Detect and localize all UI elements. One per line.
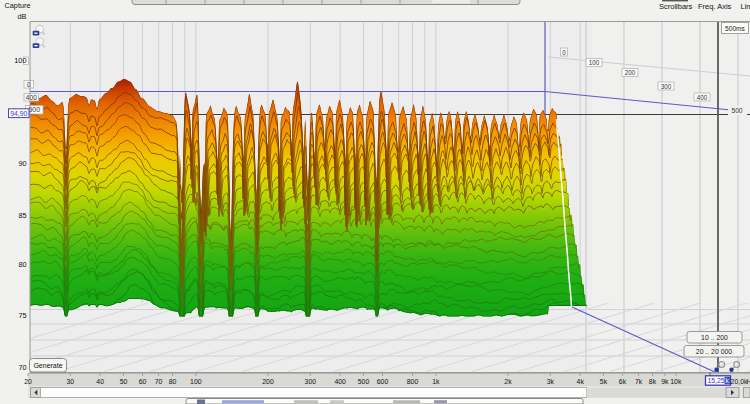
svg-text:94,90: 94,90 <box>10 110 27 117</box>
svg-text:Generate: Generate <box>33 362 62 369</box>
svg-text:3k: 3k <box>547 378 555 385</box>
svg-text:800: 800 <box>407 378 419 385</box>
svg-text:70: 70 <box>18 363 26 372</box>
svg-text:1k: 1k <box>432 378 440 385</box>
svg-text:600: 600 <box>377 378 389 385</box>
svg-text:500ms: 500ms <box>725 25 745 32</box>
svg-text:75: 75 <box>18 311 26 320</box>
svg-text:50: 50 <box>120 378 128 385</box>
svg-text:9k: 9k <box>661 378 669 385</box>
svg-text:H: H <box>747 378 750 385</box>
svg-text:200: 200 <box>262 378 274 385</box>
svg-text:0: 0 <box>562 49 566 56</box>
svg-text:Capture: Capture <box>5 1 31 10</box>
svg-text:Freq. Axis: Freq. Axis <box>698 2 732 11</box>
svg-text:500: 500 <box>358 378 370 385</box>
svg-text:400: 400 <box>697 94 708 101</box>
svg-text:20 .. 20 000: 20 .. 20 000 <box>696 348 733 355</box>
svg-text:Lim: Lim <box>741 2 750 11</box>
svg-text:90: 90 <box>18 159 26 168</box>
svg-text:300: 300 <box>305 378 317 385</box>
svg-text:80: 80 <box>18 260 26 269</box>
svg-text:10k: 10k <box>670 378 682 385</box>
svg-text:30: 30 <box>66 378 74 385</box>
svg-text:500: 500 <box>731 107 742 114</box>
svg-text:2k: 2k <box>504 378 512 385</box>
svg-text:6k: 6k <box>619 378 627 385</box>
svg-text:100: 100 <box>190 378 202 385</box>
svg-text:400: 400 <box>26 94 37 101</box>
svg-text:400: 400 <box>334 378 346 385</box>
svg-text:100: 100 <box>14 56 26 65</box>
svg-text:200: 200 <box>625 69 636 76</box>
svg-text:5k: 5k <box>600 378 608 385</box>
svg-text:60: 60 <box>139 378 147 385</box>
svg-text:7k: 7k <box>635 378 643 385</box>
svg-text:10 .. 200: 10 .. 200 <box>701 334 728 341</box>
svg-text:300: 300 <box>661 83 672 90</box>
svg-text:40: 40 <box>96 378 104 385</box>
svg-text:80: 80 <box>169 378 177 385</box>
svg-text:8k: 8k <box>649 378 657 385</box>
svg-text:4k: 4k <box>577 378 585 385</box>
svg-text:85: 85 <box>18 211 26 220</box>
svg-text:70: 70 <box>155 378 163 385</box>
svg-text:Scrollbars: Scrollbars <box>659 2 693 11</box>
svg-text:20: 20 <box>24 378 32 385</box>
svg-text:100: 100 <box>589 59 600 66</box>
svg-text:20,0k: 20,0k <box>731 378 748 385</box>
svg-text:15,25: 15,25 <box>707 377 724 384</box>
svg-text:dB: dB <box>18 12 27 21</box>
